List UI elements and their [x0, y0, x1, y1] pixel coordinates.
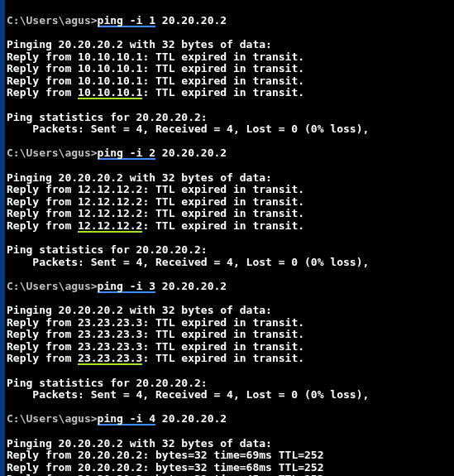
reply-ip: 23.23.23.3 — [78, 353, 142, 365]
reply-ip: 23.23.23.3 — [78, 340, 142, 353]
reply-line: Reply from 23.23.23.3: TTL expired in tr… — [7, 328, 304, 340]
stats-line: Ping statistics for 20.20.20.2: — [7, 243, 208, 256]
ping-target-1: 20.20.20.2 — [155, 14, 227, 26]
reply-line: Reply from 10.10.10.1: TTL expired in tr… — [7, 62, 304, 75]
ping-header: Pinging 20.20.20.2 with 32 bytes of data… — [7, 171, 272, 184]
reply-line: Reply from 12.12.12.2: TTL expired in tr… — [7, 183, 304, 195]
terminal-output: C:\Users\agus>ping -i 1 20.20.20.2 Pingi… — [7, 2, 452, 476]
reply-ip: 10.10.10.1 — [78, 75, 142, 87]
reply-line: Reply from 20.20.20.2: bytes=32 time=45m… — [7, 473, 324, 476]
prompt-path: C:\Users\agus> — [7, 412, 98, 425]
prompt-path: C:\Users\agus> — [7, 14, 98, 26]
ping-header: Pinging 20.20.20.2 with 32 bytes of data… — [7, 437, 272, 450]
stats-line: Packets: Sent = 4, Received = 4, Lost = … — [7, 256, 369, 268]
prompt-path: C:\Users\agus> — [7, 147, 98, 159]
reply-line: Reply from 20.20.20.2: bytes=32 time=69m… — [7, 449, 324, 461]
reply-ip: 12.12.12.2 — [78, 183, 142, 195]
reply-line: Reply from 23.23.23.3: TTL expired in tr… — [7, 340, 304, 353]
ping-header: Pinging 20.20.20.2 with 32 bytes of data… — [7, 38, 272, 50]
reply-ip: 10.10.10.1 — [78, 88, 142, 99]
ping-header: Pinging 20.20.20.2 with 32 bytes of data… — [7, 304, 272, 316]
ping-cmd-4: ping -i 4 — [98, 414, 155, 426]
reply-ip: 23.23.23.3 — [78, 316, 142, 329]
reply-line: Reply from 20.20.20.2: bytes=32 time=68m… — [7, 461, 324, 474]
ping-target-2: 20.20.20.2 — [155, 147, 227, 159]
reply-line: Reply from 10.10.10.1: TTL expired in tr… — [7, 86, 304, 99]
stats-line: Ping statistics for 20.20.20.2: — [7, 111, 208, 123]
reply-ip: 12.12.12.2 — [78, 221, 142, 233]
ping-cmd-2: ping -i 2 — [98, 148, 155, 160]
reply-line: Reply from 10.10.10.1: TTL expired in tr… — [7, 75, 304, 87]
reply-line: Reply from 12.12.12.2: TTL expired in tr… — [7, 207, 304, 219]
prompt-path: C:\Users\agus> — [7, 280, 98, 292]
stats-line: Packets: Sent = 4, Received = 4, Lost = … — [7, 388, 369, 401]
prompt-line: C:\Users\agus>ping -i 4 20.20.20.2 — [7, 412, 227, 425]
stats-line: Ping statistics for 20.20.20.2: — [7, 377, 208, 389]
stats-line: Packets: Sent = 4, Received = 4, Lost = … — [7, 123, 369, 135]
ping-cmd-1: ping -i 1 — [98, 16, 155, 27]
reply-ip: 20.20.20.2 — [78, 473, 142, 476]
prompt-line: C:\Users\agus>ping -i 2 20.20.20.2 — [7, 147, 227, 159]
reply-line: Reply from 23.23.23.3: TTL expired in tr… — [7, 316, 304, 329]
ping-target-3: 20.20.20.2 — [155, 280, 227, 292]
prompt-line: C:\Users\agus>ping -i 3 20.20.20.2 — [7, 280, 227, 292]
reply-ip: 10.10.10.1 — [78, 62, 142, 75]
reply-ip: 12.12.12.2 — [78, 195, 142, 208]
reply-ip: 12.12.12.2 — [78, 207, 142, 219]
reply-ip: 20.20.20.2 — [78, 449, 142, 461]
reply-ip: 20.20.20.2 — [78, 461, 142, 474]
reply-ip: 23.23.23.3 — [78, 328, 142, 340]
reply-line: Reply from 12.12.12.2: TTL expired in tr… — [7, 219, 304, 232]
ping-cmd-3: ping -i 3 — [98, 281, 155, 293]
ping-target-4: 20.20.20.2 — [155, 412, 227, 425]
reply-line: Reply from 10.10.10.1: TTL expired in tr… — [7, 50, 304, 63]
reply-line: Reply from 23.23.23.3: TTL expired in tr… — [7, 352, 304, 364]
reply-ip: 10.10.10.1 — [78, 50, 142, 63]
reply-line: Reply from 12.12.12.2: TTL expired in tr… — [7, 195, 304, 208]
prompt-line: C:\Users\agus>ping -i 1 20.20.20.2 — [7, 14, 227, 26]
